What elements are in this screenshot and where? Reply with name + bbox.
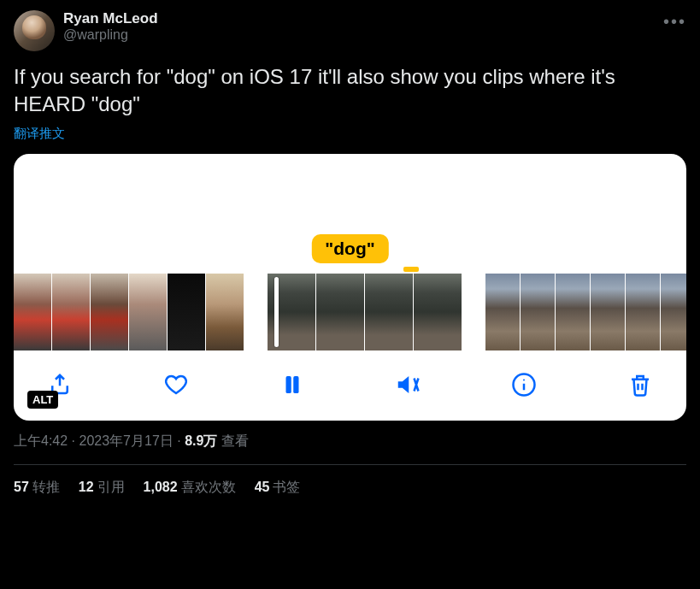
- tweet-container: Ryan McLeod @warpling ••• If you search …: [0, 0, 700, 497]
- clip-thumbnail[interactable]: [661, 274, 686, 350]
- clip-group[interactable]: [268, 274, 462, 350]
- clip-thumbnail[interactable]: [91, 274, 128, 350]
- media-card: "dog": [14, 154, 686, 421]
- tweet-meta: 上午4:42 · 2023年7月17日 · 8.9万 查看: [14, 433, 686, 451]
- tweet-time[interactable]: 上午4:42: [14, 433, 68, 448]
- svg-rect-0: [285, 376, 291, 393]
- views-label: 查看: [217, 433, 248, 448]
- tweet-date[interactable]: 2023年7月17日: [79, 433, 173, 448]
- playhead-indicator[interactable]: [274, 277, 279, 347]
- svg-point-4: [523, 379, 525, 380]
- avatar[interactable]: [14, 10, 55, 51]
- video-timeline[interactable]: [14, 274, 686, 350]
- tweet-text: If you search for "dog" on iOS 17 it'll …: [14, 63, 686, 119]
- clip-thumbnail[interactable]: [414, 274, 462, 350]
- more-options-icon[interactable]: •••: [663, 10, 686, 32]
- clip-thumbnail[interactable]: [52, 274, 90, 350]
- bookmarks-stat[interactable]: 45书签: [255, 479, 301, 497]
- tweet-stats: 57转推 12引用 1,082喜欢次数 45书签: [14, 465, 686, 497]
- display-name: Ryan McLeod: [63, 10, 655, 27]
- translate-link[interactable]: 翻译推文: [14, 126, 65, 142]
- clip-thumbnail[interactable]: [316, 274, 364, 350]
- clip-thumbnail[interactable]: [485, 274, 520, 350]
- clip-thumbnail[interactable]: [591, 274, 625, 350]
- views-count: 8.9万: [185, 433, 217, 448]
- alt-badge[interactable]: ALT: [27, 391, 58, 409]
- clip-thumbnail[interactable]: [626, 274, 660, 350]
- author-block[interactable]: Ryan McLeod @warpling: [63, 10, 655, 43]
- clip-thumbnail[interactable]: [129, 274, 167, 350]
- heart-icon[interactable]: [161, 369, 191, 400]
- pause-icon[interactable]: [277, 369, 308, 400]
- svg-rect-1: [293, 376, 298, 393]
- likes-stat[interactable]: 1,082喜欢次数: [144, 479, 236, 497]
- clip-group[interactable]: [485, 274, 686, 350]
- clip-thumbnail[interactable]: [206, 274, 244, 350]
- clip-thumbnail[interactable]: [365, 274, 413, 350]
- media-toolbar: [14, 350, 686, 421]
- clip-group[interactable]: [14, 274, 244, 350]
- mute-icon[interactable]: [392, 369, 423, 400]
- search-tag-bubble: "dog": [311, 234, 388, 263]
- clip-thumbnail[interactable]: [521, 274, 555, 350]
- media-whitespace: "dog": [14, 154, 686, 274]
- info-icon[interactable]: [509, 369, 539, 400]
- clip-thumbnail[interactable]: [556, 274, 590, 350]
- tag-position-marker: [403, 267, 419, 272]
- quotes-stat[interactable]: 12引用: [79, 479, 125, 497]
- tweet-header: Ryan McLeod @warpling •••: [14, 10, 686, 51]
- clip-thumbnail[interactable]: [168, 274, 205, 350]
- retweets-stat[interactable]: 57转推: [14, 479, 60, 497]
- user-handle: @warpling: [63, 27, 655, 43]
- trash-icon[interactable]: [625, 369, 656, 400]
- clip-thumbnail[interactable]: [14, 274, 51, 350]
